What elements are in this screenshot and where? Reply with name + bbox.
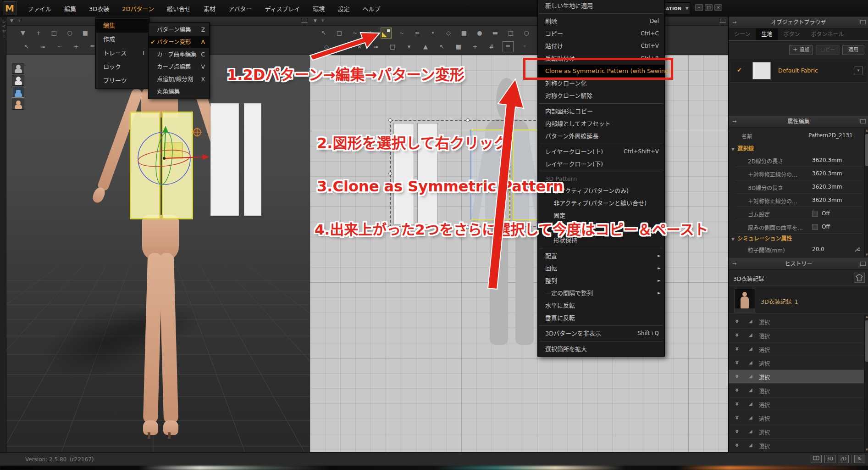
copy-fabric-button[interactable]: コピー xyxy=(816,45,840,55)
history-row[interactable]: » ◢ 選択 xyxy=(729,425,864,439)
show-avatar-button[interactable] xyxy=(12,63,24,74)
menubar-item[interactable]: 環境 xyxy=(307,4,332,13)
section-selected-line[interactable]: ▼選択線 xyxy=(731,144,754,152)
section-simulation[interactable]: ▼シミュレーション属性 xyxy=(731,234,792,242)
object-browser-tab[interactable]: シーン xyxy=(729,28,756,40)
menubar-item[interactable]: ディスプレイ xyxy=(258,4,306,13)
context-menu-item[interactable]: 回転 ► xyxy=(538,262,664,274)
context-menu-item[interactable]: 垂直に反転 ► xyxy=(538,312,664,324)
context-menu-item[interactable]: コピー Ctrl+C ► xyxy=(538,28,664,40)
context-menu-item[interactable]: パターン外周線延長 ► xyxy=(538,130,664,142)
lasso-select-tool[interactable]: ○ xyxy=(64,28,75,39)
context-menu-item[interactable]: レイヤークローン(下) ► xyxy=(538,158,664,170)
texture-editor-tool[interactable]: ≡ xyxy=(503,41,514,52)
select-move-tool[interactable]: ↖ xyxy=(21,41,32,52)
expand-chevron-icon[interactable]: » xyxy=(734,388,741,392)
save-fabric-icon[interactable]: ▾ xyxy=(854,67,863,74)
show-3d-pattern-tool[interactable]: + xyxy=(470,41,481,52)
menubar-item[interactable]: ヘルプ xyxy=(356,4,387,13)
popout-icon[interactable] xyxy=(860,262,866,266)
context-menu-item[interactable]: 配置 ► xyxy=(538,250,664,262)
context-menu-item[interactable]: 一定の間隔で整列 ► xyxy=(538,287,664,299)
chevron-down-icon[interactable]: ▼ xyxy=(686,6,689,11)
garment-tool[interactable]: ■ xyxy=(453,41,464,52)
add-fabric-button[interactable]: ＋ 追加 xyxy=(789,45,813,55)
context-menu-item[interactable]: ► xyxy=(538,12,664,15)
context-menu-item[interactable]: 新しい生地に適用 ► xyxy=(538,0,664,12)
internal-rect-tool[interactable]: □ xyxy=(505,28,516,39)
selection-handle[interactable] xyxy=(466,118,470,122)
section-collapse-icon[interactable]: ▼ xyxy=(731,147,735,151)
add-icon[interactable]: + xyxy=(17,18,21,23)
history-row[interactable]: » ◢ 選択 xyxy=(729,370,864,384)
context-menu-item[interactable]: レイヤークローン(上) Ctrl+Shift+V ► xyxy=(538,145,664,158)
transform-gizmo[interactable] xyxy=(121,118,217,196)
submenu-item[interactable]: ✔ パターン変形 A xyxy=(149,36,209,48)
popout-icon[interactable] xyxy=(720,19,725,23)
property-value[interactable]: Off xyxy=(822,210,830,217)
popout-icon[interactable] xyxy=(302,19,307,23)
rect-select-tool[interactable]: □ xyxy=(49,28,60,39)
expand-chevron-icon[interactable]: » xyxy=(734,415,741,420)
context-menu-item[interactable]: 整列 ► xyxy=(538,274,664,287)
scroll-down-icon[interactable]: ▼ xyxy=(865,253,868,257)
menubar-item[interactable]: 2Dパターン xyxy=(116,4,160,13)
close-button[interactable]: × xyxy=(714,4,722,11)
menubar-item[interactable]: 素材 xyxy=(197,4,222,13)
internal-polygon-tool[interactable]: ▬ xyxy=(490,28,501,39)
view-3d-button[interactable]: 3D xyxy=(824,455,835,463)
property-value[interactable]: 3620.3mm xyxy=(812,184,842,190)
context-menu-item[interactable]: 内部線としてオフセット ► xyxy=(538,118,664,130)
history-row[interactable]: » ◢ 選択 xyxy=(729,411,864,425)
context-menu-item[interactable]: 非アクティブ(パターンと縫い合せ) ► xyxy=(538,197,664,209)
internal-circle-tool[interactable]: ○ xyxy=(521,28,532,39)
history-row[interactable]: » ◢ 選択 xyxy=(729,356,864,370)
context-menu-item[interactable]: 削除 Del ► xyxy=(538,15,664,28)
context-menu-item[interactable]: ► xyxy=(538,340,664,343)
show-garment-button[interactable] xyxy=(12,87,24,98)
curve-point-tool[interactable]: ≈ xyxy=(412,28,423,39)
scroll-thumb[interactable] xyxy=(865,320,868,362)
context-menu-item[interactable]: ► xyxy=(538,142,664,145)
sync-button[interactable]: ↻ xyxy=(854,455,865,463)
minimize-button[interactable]: – xyxy=(695,4,703,11)
submenu-item[interactable]: ✔ カーブ曲率編集 C xyxy=(149,48,209,61)
left-panel-tab[interactable]: レイヤー xyxy=(1,19,7,39)
expand-chevron-icon[interactable]: » xyxy=(734,429,741,433)
history-row[interactable]: » ◢ 選択 xyxy=(729,315,864,329)
left-collapsed-panel[interactable]: レイヤー xyxy=(0,17,6,452)
object-browser-tab[interactable]: ボタンホール xyxy=(805,28,849,40)
history-row[interactable]: » ◢ 選択 xyxy=(729,439,864,453)
collapse-icon[interactable]: ▼ xyxy=(314,18,317,23)
show-avatar-alt-button[interactable] xyxy=(12,75,24,86)
property-value[interactable]: 3620.3mm xyxy=(812,170,842,177)
context-menu-item[interactable]: 3Dパターンを非表示 Shift+Q ► xyxy=(538,327,664,340)
context-menu-item[interactable]: ► xyxy=(538,246,664,250)
menu-item[interactable]: ✔ プリーツ xyxy=(96,74,149,88)
history-scrollbar[interactable]: ▲ ▼ xyxy=(864,315,868,452)
selection-handle[interactable] xyxy=(388,172,392,175)
context-menu-item[interactable]: ► xyxy=(538,102,664,105)
menubar-item[interactable]: 設定 xyxy=(332,4,356,13)
submenu-item[interactable]: ✔ 点追加/線分割 X xyxy=(149,73,209,85)
measure-tool[interactable]: ◦ xyxy=(519,41,530,52)
menu-item[interactable]: ✔ 作成 xyxy=(96,33,149,46)
gizmo-drop-tool[interactable]: ▼ xyxy=(17,28,28,39)
property-value[interactable]: 20.0 xyxy=(812,246,824,252)
grid-tool[interactable]: # xyxy=(486,41,497,52)
expand-chevron-icon[interactable]: » xyxy=(734,374,741,378)
submenu-item[interactable]: ✔ 丸角編集 xyxy=(149,85,209,98)
polygon-tool[interactable]: ◇ xyxy=(443,28,454,39)
context-menu-item[interactable]: 内部図形にコピー ► xyxy=(538,105,664,118)
history-row[interactable]: » ◢ 選択 xyxy=(729,329,864,342)
object-browser-header[interactable]: → オブジェクトブラウザ xyxy=(729,17,868,28)
wrench-icon[interactable] xyxy=(854,246,860,253)
maximize-button[interactable]: □ xyxy=(705,4,713,11)
history-row[interactable]: » ◢ 選択 xyxy=(729,397,864,411)
history-header[interactable]: → ヒストリー xyxy=(729,258,868,270)
iron-tool[interactable]: ▲ xyxy=(420,41,431,52)
context-menu-item[interactable]: 水平に反転 ► xyxy=(538,299,664,312)
move-tool[interactable]: + xyxy=(33,28,44,39)
property-value[interactable]: 3620.3mm xyxy=(812,157,842,163)
popout-icon[interactable] xyxy=(860,119,866,123)
